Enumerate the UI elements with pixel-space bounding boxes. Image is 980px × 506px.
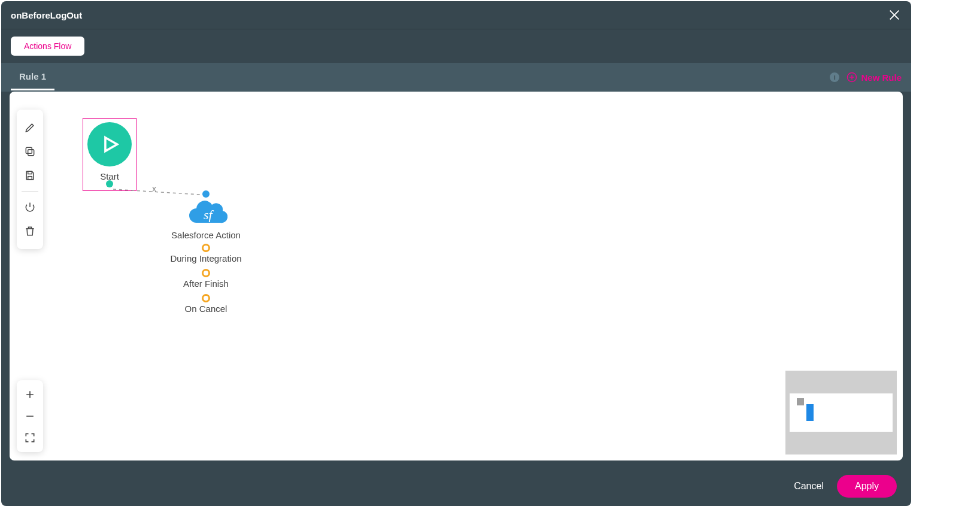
modal-title: onBeforeLogOut — [11, 10, 82, 20]
tab-actions-flow[interactable]: Actions Flow — [11, 37, 84, 56]
sf-node-input-port[interactable] — [202, 190, 210, 198]
sf-port-after-label: After Finish — [183, 278, 229, 289]
save-button[interactable] — [20, 166, 40, 185]
minimap-node-start — [797, 398, 804, 405]
zoom-in-button[interactable] — [20, 385, 40, 404]
delete-button[interactable] — [20, 222, 40, 241]
salesforce-action-node[interactable]: sf Salesforce Action During Integration … — [160, 190, 251, 318]
flow-canvas[interactable]: Start x sf Salesforce Action During Inte… — [10, 92, 903, 460]
fit-button[interactable] — [20, 428, 40, 447]
info-button[interactable]: i — [830, 72, 839, 82]
close-button[interactable] — [886, 7, 903, 23]
new-rule-label: New Rule — [861, 72, 902, 83]
power-icon — [24, 201, 36, 213]
rule-tab-bar: Rule 1 i New Rule — [1, 63, 911, 92]
svg-rect-6 — [26, 147, 32, 153]
zoom-out-button[interactable] — [20, 407, 40, 426]
minimap[interactable] — [785, 371, 897, 455]
svg-rect-5 — [28, 150, 34, 156]
sf-port-during-label: During Integration — [170, 253, 241, 264]
copy-icon — [24, 146, 36, 157]
play-icon — [99, 134, 120, 154]
svg-marker-12 — [105, 138, 117, 152]
modal: onBeforeLogOut Actions Flow Rule 1 i New… — [1, 1, 911, 506]
node-toolbar — [17, 110, 43, 249]
minimap-viewport — [790, 393, 893, 432]
trash-icon — [24, 225, 36, 237]
sf-port-cancel[interactable] — [202, 294, 210, 302]
close-icon — [888, 8, 901, 22]
apply-button[interactable]: Apply — [837, 475, 897, 498]
cancel-button[interactable]: Cancel — [794, 481, 824, 492]
minimap-node-sf — [806, 404, 814, 421]
minus-icon — [24, 410, 36, 422]
fullscreen-icon — [24, 432, 36, 444]
plus-circle-icon — [846, 72, 857, 83]
tab-rule-1[interactable]: Rule 1 — [11, 64, 54, 90]
flow-tab-bar: Actions Flow — [1, 29, 911, 63]
copy-button[interactable] — [20, 142, 40, 161]
start-node-icon — [87, 122, 132, 166]
modal-header: onBeforeLogOut — [1, 1, 911, 29]
sf-port-after[interactable] — [202, 269, 210, 277]
modal-footer: Cancel Apply — [1, 466, 911, 506]
plus-icon — [24, 389, 36, 401]
start-node-port[interactable] — [106, 180, 113, 187]
power-button[interactable] — [20, 198, 40, 217]
separator — [22, 191, 38, 192]
cloud-icon: sf — [184, 199, 227, 228]
sf-node-label: Salesforce Action — [171, 230, 241, 240]
new-rule-button[interactable]: New Rule — [846, 72, 902, 83]
connector-delete-button[interactable]: x — [152, 184, 156, 193]
start-node[interactable]: Start — [83, 118, 136, 191]
edit-button[interactable] — [20, 118, 40, 137]
save-icon — [24, 169, 36, 181]
svg-rect-7 — [28, 171, 32, 174]
sf-port-cancel-label: On Cancel — [185, 304, 227, 314]
sf-port-during[interactable] — [202, 244, 210, 252]
svg-rect-8 — [28, 177, 32, 180]
zoom-toolbar — [17, 380, 43, 452]
pencil-icon — [24, 122, 36, 134]
